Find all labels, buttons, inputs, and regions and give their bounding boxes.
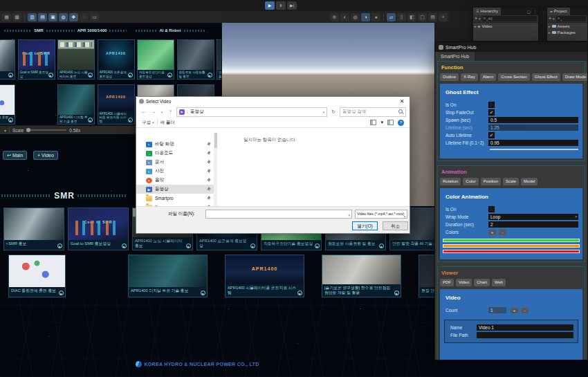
kebab-menu-icon[interactable]: ⋮ (533, 24, 537, 28)
play-icon[interactable]: ▶ (88, 118, 93, 122)
main-button[interactable]: Main (3, 151, 27, 160)
draw-mode-button[interactable]: Draw Mode (562, 73, 588, 81)
is-on-checkbox[interactable] (488, 206, 495, 212)
chart-button[interactable]: Chart (474, 279, 490, 286)
play-icon[interactable]: ▶ (8, 118, 13, 122)
scrollbar-thumb[interactable] (214, 133, 217, 148)
shaded-icon[interactable]: ◐ (340, 13, 349, 21)
play-icon[interactable]: ▶ (122, 243, 127, 248)
is-on-checkbox[interactable] (488, 102, 495, 108)
capture-icon[interactable]: ▭ (90, 13, 99, 21)
video-card[interactable]: APR1400 디지털 트윈 기술 홍보▶ (57, 84, 95, 125)
video-card[interactable]: DIAC 통합관제 훈련 홍보▶ (8, 255, 66, 297)
auto-lifetime-checkbox[interactable]: ✓ (488, 132, 495, 138)
web-button[interactable]: Web (492, 279, 506, 286)
slider-track[interactable] (490, 149, 578, 150)
gizmo-icon[interactable]: ⊕ (330, 13, 339, 21)
add-color-button[interactable]: + (488, 230, 496, 235)
columns-icon[interactable]: ▥ (28, 13, 37, 21)
lock-icon[interactable]: ◻ (527, 9, 531, 14)
forward-arrow-icon[interactable]: → (149, 109, 157, 115)
alarm-button[interactable]: Alarm (480, 73, 497, 81)
remove-video-slot-button[interactable]: - (521, 308, 529, 313)
play-icon[interactable]: ▶ (128, 73, 133, 77)
tab-smartpro-hub[interactable]: SmartPro Hub (435, 52, 475, 61)
play-icon[interactable]: ▶ (297, 291, 302, 295)
open-button[interactable]: 열기(O) (352, 221, 378, 230)
close-icon[interactable]: ✕ (397, 98, 407, 104)
file-name-input[interactable]: ▾ (205, 210, 352, 219)
video-card[interactable]: Cool to SMRGoal to SMR 홍보영상▶ (68, 208, 129, 250)
position-button[interactable]: Position (481, 178, 501, 185)
rotation-button[interactable]: Rotation (440, 178, 461, 185)
play-icon[interactable]: ▶ (250, 243, 255, 248)
play-icon[interactable]: ▶ (167, 73, 172, 77)
plus-icon[interactable]: + (439, 13, 448, 21)
stop-fadeout-checkbox[interactable]: ✓ (488, 109, 495, 116)
count-field[interactable]: 1 (488, 307, 506, 313)
organize-menu[interactable]: 구성▾ (142, 120, 154, 126)
play-icon[interactable]: ▶ (48, 73, 53, 77)
breadcrumb-location[interactable]: 동영상 (190, 109, 204, 115)
add-video-button[interactable]: + Video (33, 151, 58, 160)
play-icon[interactable]: ▶ (186, 243, 191, 248)
ghost-effect-button[interactable]: Ghost Effect (532, 73, 560, 81)
add-asset-button[interactable]: + (549, 16, 551, 21)
project-item-assets[interactable]: ▸ Assets (547, 23, 587, 29)
video-card[interactable]: i-SMR 홍보▶ (3, 208, 64, 250)
layers-icon[interactable]: ▤ (428, 13, 437, 21)
video-card[interactable]: APR1400 노심 시뮬레이터 홍보▶ (57, 39, 95, 80)
play-icon[interactable]: ▶ (315, 243, 320, 248)
lifetime-sec--field[interactable]: 1.25 (488, 125, 578, 131)
camera-icon[interactable]: ▢ (418, 13, 427, 21)
view-mode-icon[interactable] (370, 120, 376, 125)
2d-icon[interactable]: ▱ (387, 13, 396, 21)
play-icon[interactable]: ▶ (57, 243, 62, 248)
play-button[interactable]: ▶ (265, 1, 275, 10)
refresh-icon[interactable]: ↻ (329, 109, 338, 115)
spawn-sec--field[interactable]: 0.5 (488, 117, 578, 123)
move-icon[interactable]: ✚ (69, 13, 78, 21)
sidebar-item-다운로드[interactable]: ↓다운로드 (136, 149, 214, 158)
chevron-down-icon[interactable]: ▾ (380, 120, 383, 125)
kebab-menu-icon[interactable]: ⋮ (533, 9, 537, 14)
pause-button[interactable]: Ⅱ (276, 1, 286, 10)
project-item-packages[interactable]: ▸ Packages (547, 29, 587, 35)
new-folder-button[interactable]: 새 폴더 (160, 120, 175, 126)
chevron-down-icon[interactable]: ▾ (479, 17, 481, 21)
address-breadcrumb[interactable]: ▶ › 동영상 ▾ (176, 107, 327, 117)
play-icon[interactable]: ▶ (394, 291, 399, 295)
scale-button[interactable]: Scale (503, 178, 519, 185)
layers-icon[interactable]: ▤ (38, 13, 47, 21)
step-button[interactable]: ▶| (287, 1, 297, 10)
model-button[interactable]: Model (521, 178, 538, 185)
video-card[interactable]: 현장 안전 로봇 홍보영상▶ (419, 255, 434, 297)
video-card[interactable]: DIAC 통합관제 훈련 홍보▶ (0, 84, 15, 125)
gradient-color-swatch[interactable] (443, 250, 580, 253)
help-icon[interactable]: ? (398, 120, 404, 126)
file-type-select[interactable]: Video files (*.mp4,*.avi,*.mov)▾ (355, 210, 407, 219)
up-arrow-icon[interactable]: ↑ (167, 109, 174, 115)
hierarchy-search-input[interactable]: All (482, 16, 537, 21)
play-icon[interactable]: ▶ (128, 118, 133, 122)
dialog-title-bar[interactable]: Select Video ✕ (136, 97, 410, 106)
x-ray-button[interactable]: X-Ray (461, 73, 478, 81)
sidebar-item-사진[interactable]: ▪사진 (136, 167, 214, 176)
play-icon[interactable]: ▶ (208, 73, 212, 77)
expander-icon[interactable]: ▸ (475, 24, 477, 28)
play-icon[interactable]: ▶ (379, 243, 384, 248)
sidebar-item-Smartpro[interactable]: Smartpro (136, 194, 214, 203)
preview-pane-icon[interactable] (387, 120, 394, 125)
video-button[interactable]: Video (456, 279, 472, 286)
sidebar-item-문서[interactable]: ▪문서 (136, 158, 214, 167)
display-dropdown-icon[interactable]: ▾ (4, 128, 6, 133)
smartpro-title-bar[interactable]: SmartPro Hub (435, 42, 587, 52)
chevron-down-icon[interactable]: ▾ (553, 17, 555, 21)
video-card[interactable]: APR1400APR1400 시뮬레이터용 운전지원 시스템▶ (98, 84, 135, 125)
video-card[interactable]: APR1400APR1400 표준설계 홍보영상▶ (98, 39, 135, 80)
light-icon[interactable]: ● (371, 13, 380, 21)
lifetime-fill-0-1-2--field[interactable]: 0.95 (488, 140, 578, 146)
play-icon[interactable]: ▶ (201, 291, 205, 295)
play-icon[interactable]: ▶ (8, 73, 13, 77)
panels-icon[interactable]: ▦ (2, 13, 11, 21)
